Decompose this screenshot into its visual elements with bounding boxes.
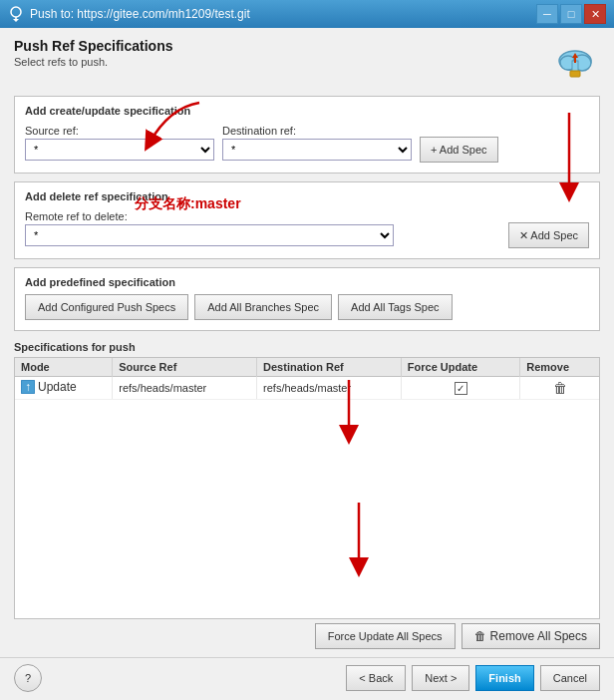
specs-table-body: ↑ Update refs/heads/master refs/heads/ma…: [15, 377, 599, 400]
row-dest-ref-cell: refs/heads/master: [257, 377, 402, 400]
back-button[interactable]: < Back: [346, 665, 406, 691]
help-button[interactable]: ?: [14, 664, 42, 692]
force-update-all-specs-button[interactable]: Force Update All Specs: [315, 623, 456, 649]
source-ref-label: Source ref:: [25, 125, 214, 137]
remove-row-icon[interactable]: 🗑: [553, 380, 567, 396]
next-button[interactable]: Next >: [412, 665, 469, 691]
delete-section-label: Add delete ref specification: [25, 190, 589, 202]
add-all-tags-spec-button[interactable]: Add All Tags Spec: [338, 294, 452, 320]
dest-ref-group: Destination ref: *: [222, 125, 412, 161]
col-remove: Remove: [520, 358, 599, 377]
row-force-update-cell: ✓: [401, 377, 519, 400]
add-spec-button[interactable]: + Add Spec: [420, 137, 498, 163]
page-subtitle: Select refs to push.: [14, 56, 550, 68]
svg-point-0: [11, 7, 21, 17]
col-mode: Mode: [15, 358, 113, 377]
main-content: Push Ref Specifications Select refs to p…: [0, 28, 614, 657]
dialog-header: Push Ref Specifications Select refs to p…: [14, 38, 600, 88]
title-bar-title: Push to: https://gitee.com/mh1209/test.g…: [30, 7, 250, 21]
remove-all-specs-button[interactable]: 🗑 Remove All Specs: [461, 623, 600, 649]
specs-section-label: Specifications for push: [14, 339, 600, 357]
delete-add-spec-button[interactable]: ✕ Add Spec: [508, 222, 589, 248]
update-icon: ↑: [21, 380, 35, 394]
predefined-buttons: Add Configured Push Specs Add All Branch…: [25, 294, 589, 320]
row-icon: ↑ Update: [21, 380, 77, 394]
delete-section: Add delete ref specification Remote ref …: [14, 181, 600, 259]
add-configured-push-specs-button[interactable]: Add Configured Push Specs: [25, 294, 188, 320]
predefined-label: Add predefined specification: [25, 276, 589, 288]
source-ref-select[interactable]: *: [25, 139, 214, 161]
col-dest-ref: Destination Ref: [257, 358, 402, 377]
source-dest-row: Source ref: * Destination ref: * + Add S…: [25, 123, 589, 163]
remote-ref-label: Remote ref to delete:: [25, 210, 500, 222]
create-update-section: Add create/update specification Source r…: [14, 96, 600, 174]
close-button[interactable]: ✕: [584, 4, 606, 24]
header-row: Mode Source Ref Destination Ref Force Up…: [15, 358, 599, 377]
specs-table-header: Mode Source Ref Destination Ref Force Up…: [15, 358, 599, 377]
col-force-update: Force Update: [401, 358, 519, 377]
dest-ref-label: Destination ref:: [222, 125, 412, 137]
cloud-upload-icon: [553, 41, 597, 85]
push-icon: [8, 6, 24, 22]
col-source-ref: Source Ref: [113, 358, 257, 377]
title-bar-buttons: ─ □ ✕: [536, 4, 606, 24]
svg-text:↑: ↑: [25, 380, 31, 394]
remote-ref-select[interactable]: *: [25, 224, 394, 246]
dialog-body: Push Ref Specifications Select refs to p…: [0, 28, 614, 657]
bottom-actions: Force Update All Specs 🗑 Remove All Spec…: [14, 623, 600, 649]
title-bar-left: Push to: https://gitee.com/mh1209/test.g…: [8, 6, 250, 22]
footer: ? < Back Next > Finish Cancel: [0, 657, 614, 700]
footer-nav: < Back Next > Finish Cancel: [346, 665, 600, 691]
force-update-checkbox[interactable]: ✓: [455, 382, 467, 395]
maximize-button[interactable]: □: [560, 4, 582, 24]
specs-table: Mode Source Ref Destination Ref Force Up…: [15, 358, 599, 400]
table-row: ↑ Update refs/heads/master refs/heads/ma…: [15, 377, 599, 400]
cloud-icon-container: [550, 38, 600, 88]
create-update-label: Add create/update specification: [25, 105, 589, 117]
remote-ref-group: Remote ref to delete: *: [25, 210, 500, 246]
row-remove-cell: 🗑: [520, 377, 599, 400]
title-bar: Push to: https://gitee.com/mh1209/test.g…: [0, 0, 614, 28]
remove-all-icon: 🗑: [474, 629, 486, 643]
minimize-button[interactable]: ─: [536, 4, 558, 24]
page-title: Push Ref Specifications: [14, 38, 550, 54]
specs-section: Specifications for push Mode Source Ref …: [14, 339, 600, 649]
add-all-branches-spec-button[interactable]: Add All Branches Spec: [194, 294, 332, 320]
svg-marker-2: [13, 19, 19, 22]
dest-ref-select[interactable]: *: [222, 139, 412, 161]
cancel-button[interactable]: Cancel: [540, 665, 600, 691]
row-mode-cell: ↑ Update: [15, 377, 113, 400]
source-ref-group: Source ref: *: [25, 125, 214, 161]
svg-rect-7: [570, 71, 580, 77]
predefined-section: Add predefined specification Add Configu…: [14, 267, 600, 331]
dialog-title-section: Push Ref Specifications Select refs to p…: [14, 38, 550, 68]
finish-button[interactable]: Finish: [475, 665, 533, 691]
delete-row: Remote ref to delete: * ✕ Add Spec: [25, 208, 589, 248]
row-source-ref-cell: refs/heads/master: [113, 377, 257, 400]
specs-table-container: Mode Source Ref Destination Ref Force Up…: [14, 357, 600, 619]
